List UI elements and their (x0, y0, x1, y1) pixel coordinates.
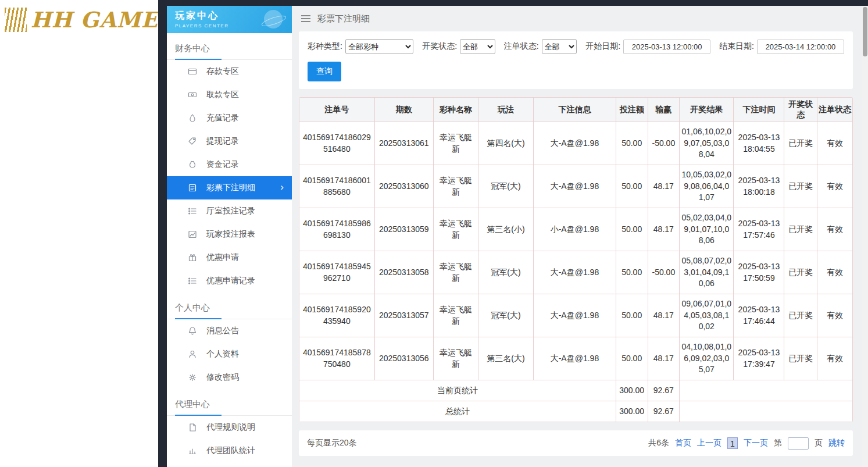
page-title: 彩票下注明细 (317, 13, 370, 24)
sidebar-item-withdraw[interactable]: 取款专区 (167, 83, 292, 106)
start-date-label: 开始日期: (585, 41, 620, 52)
sidebar-item-doc[interactable]: 代理规则说明 (167, 416, 292, 439)
report-icon (188, 230, 198, 239)
bet-detail-icon (188, 183, 198, 192)
cell-draw-status: 已开奖 (784, 251, 817, 294)
page-jump-input[interactable] (788, 437, 809, 450)
cell-bet-no: 401569174185878750480 (299, 337, 375, 380)
jump-button[interactable]: 跳转 (828, 438, 845, 448)
promo-record-icon (188, 276, 198, 286)
query-button[interactable]: 查询 (308, 62, 341, 81)
sidebar-item-label: 优惠申请 (206, 252, 239, 263)
sidebar-item-funds[interactable]: 资金记录 (167, 153, 292, 176)
sidebar-item-label: 修改密码 (206, 372, 239, 383)
bell-icon (188, 326, 198, 336)
sidebar-item-bell[interactable]: 消息公告 (167, 319, 292, 343)
funds-icon (188, 160, 198, 169)
dark-top-bar (158, 0, 868, 6)
sidebar-item-label: 代理规则说明 (206, 422, 255, 433)
cell-bet-amount: 50.00 (616, 165, 648, 208)
sidebar-item-promo-record[interactable]: 优惠申请记录 (167, 269, 292, 293)
deposit-icon (188, 67, 198, 76)
left-panel: HH GAME (0, 0, 158, 467)
sidebar-item-label: 存款专区 (206, 66, 239, 77)
current-page-indicator[interactable]: 1 (727, 437, 738, 449)
cell-period: 20250313056 (374, 337, 433, 380)
lottery-type-select[interactable]: 全部彩种 (345, 39, 413, 54)
sidebar-item-deposit[interactable]: 存款专区 (167, 60, 292, 83)
column-header-bet-amount: 投注额 (616, 98, 648, 122)
page-size-text: 每页显示20条 (307, 438, 357, 448)
column-header-bet-status: 注单状态 (817, 98, 853, 122)
summary-winloss-total: 92.67 (648, 380, 680, 401)
column-header-play-method: 玩法 (478, 98, 533, 122)
chevron-right-icon: › (280, 181, 284, 193)
sidebar-item-gear[interactable]: 修改密码 (167, 366, 292, 389)
table-head: 注单号期数彩种名称玩法下注信息投注额输赢开奖结果下注时间开奖状态注单状态 (299, 98, 853, 122)
sidebar-item-recharge[interactable]: 充值记录 (167, 106, 292, 130)
cell-win-loss: -50.00 (648, 122, 680, 165)
cell-draw-status: 已开奖 (784, 165, 817, 208)
user-icon (188, 350, 198, 359)
sidebar-item-stats[interactable]: 代理团队统计 (167, 439, 292, 462)
cell-bet-status: 有效 (817, 294, 853, 337)
cell-period: 20250313060 (374, 165, 433, 208)
cell-lottery-name: 幸运飞艇新 (433, 251, 478, 294)
doc-icon (188, 423, 198, 432)
summary-empty-cell (680, 380, 853, 401)
column-header-draw-status: 开奖状态 (784, 98, 817, 122)
start-date-input[interactable] (623, 40, 710, 54)
summary-bet-total: 300.00 (616, 380, 648, 401)
cell-lottery-name: 幸运飞艇新 (433, 294, 478, 337)
sidebar-item-label: 代理团队统计 (206, 445, 255, 456)
scrollbar-thumb[interactable] (863, 7, 867, 56)
cell-bet-status: 有效 (817, 122, 853, 165)
cell-bet-info: 大-A盘@1.98 (534, 337, 616, 380)
cell-lottery-name: 幸运飞艇新 (433, 208, 478, 251)
cell-draw-status: 已开奖 (784, 294, 817, 337)
sidebar-item-hall-bet[interactable]: 厅室投注记录 (167, 199, 292, 223)
sidebar-item-report[interactable]: 玩家投注报表 (167, 223, 292, 246)
cell-play-method: 冠军(大) (478, 251, 533, 294)
cell-bet-info: 大-A盘@1.98 (534, 122, 616, 165)
current-page-summary-row: 当前页统计300.0092.67 (299, 380, 853, 401)
table-body: 40156917418602951648020250313061幸运飞艇新第四名… (299, 122, 853, 422)
sidebar-item-label: 提现记录 (206, 136, 239, 147)
cell-period: 20250313061 (374, 122, 433, 165)
bet-status-select[interactable]: 全部 (542, 39, 577, 54)
cell-draw-result: 05,02,03,04,09,01,07,10,08,06 (680, 208, 734, 251)
sidebar-item-bet-detail[interactable]: 彩票下注明细› (167, 176, 292, 199)
hall-bet-icon (188, 206, 198, 216)
cell-play-method: 冠军(大) (478, 294, 533, 337)
next-page-link[interactable]: 下一页 (744, 438, 768, 448)
first-page-link[interactable]: 首页 (675, 438, 691, 448)
cell-bet-amount: 50.00 (616, 251, 648, 294)
cell-draw-result: 01,06,10,02,09,07,05,03,08,04 (680, 122, 734, 165)
summary-winloss-total: 92.67 (648, 401, 680, 422)
cell-play-method: 第三名(小) (478, 208, 533, 251)
end-date-input[interactable] (757, 40, 844, 54)
sidebar-item-promo[interactable]: 优惠申请 (167, 246, 292, 269)
bet-status-label: 注单状态: (504, 41, 539, 52)
cell-bet-info: 大-A盘@1.98 (534, 294, 616, 337)
logo-stripes-icon (5, 8, 27, 32)
cell-bet-status: 有效 (817, 165, 853, 208)
prev-page-link[interactable]: 上一页 (697, 438, 721, 448)
sidebar-item-cashout[interactable]: 提现记录 (167, 130, 292, 153)
menu-toggle-icon[interactable] (301, 13, 310, 24)
cell-lottery-name: 幸运飞艇新 (433, 337, 478, 380)
cell-bet-amount: 50.00 (616, 294, 648, 337)
scrollbar-track[interactable] (862, 6, 868, 467)
sidebar-item-label: 彩票下注明细 (206, 183, 255, 193)
cell-bet-time: 2025-03-13 17:50:59 (734, 251, 784, 294)
draw-status-select[interactable]: 全部 (460, 39, 495, 54)
lottery-type-label: 彩种类型: (308, 41, 342, 52)
cell-bet-info: 大-A盘@1.98 (534, 251, 616, 294)
column-header-bet-no: 注单号 (299, 98, 375, 122)
sidebar-item-user[interactable]: 个人资料 (167, 343, 292, 366)
cell-bet-no: 401569174185945962710 (299, 251, 375, 294)
cell-period: 20250313057 (374, 294, 433, 337)
cell-bet-amount: 50.00 (616, 208, 648, 251)
summary-bet-total: 300.00 (616, 401, 648, 422)
column-header-win-loss: 输赢 (648, 98, 680, 122)
